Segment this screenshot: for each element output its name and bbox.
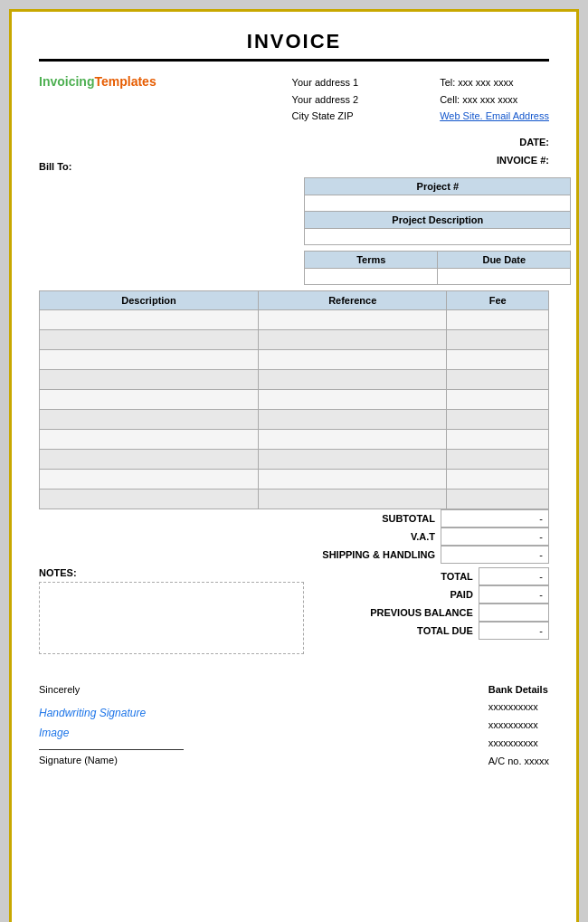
invoice-title-wrapper: INVOICE [39,30,549,62]
subtotals-section: SUBTOTAL - V.A.T - SHIPPING & HANDLING - [39,509,549,564]
table-row [40,469,549,489]
vat-value[interactable]: - [441,528,549,546]
col-fee: Fee [447,290,549,309]
invoice-label: INVOICE #: [497,155,549,166]
shipping-row: SHIPPING & HANDLING - [282,546,549,564]
prev-balance-label: PREVIOUS BALANCE [325,607,479,618]
logo-templates: Templates [94,74,156,89]
middle-section: Bill To: DATE: INVOICE #: Project # Proj… [39,134,549,285]
subtotal-value[interactable]: - [441,509,549,528]
fee-cell[interactable] [447,449,549,469]
bank-line1: xxxxxxxxxx [488,699,549,717]
fee-cell[interactable] [447,389,549,409]
ref-cell[interactable] [259,409,447,429]
notes-block: NOTES: [39,567,304,654]
desc-cell[interactable] [40,349,259,369]
total-due-label: TOTAL DUE [325,625,479,636]
prev-balance-value[interactable] [479,604,549,622]
due-date-value[interactable] [438,268,571,284]
terms-table: Terms Due Date [304,251,571,285]
vat-label: V.A.T [287,531,441,542]
desc-cell[interactable] [40,369,259,389]
right-middle: DATE: INVOICE #: Project # Project Descr… [304,134,549,285]
total-due-row: TOTAL DUE - [325,622,549,640]
table-row [40,369,549,389]
ref-cell[interactable] [259,449,447,469]
shipping-label: SHIPPING & HANDLING [287,549,441,560]
address-center: Your address 1 Your address 2 City State… [292,74,359,125]
footer-row: Sincerely Handwriting SignatureImage Sig… [39,681,549,771]
terms-value[interactable] [305,268,438,284]
paid-label: PAID [325,589,479,600]
signature-link[interactable]: Handwriting SignatureImage [39,704,184,743]
table-row [40,489,549,509]
col-reference: Reference [259,290,447,309]
fee-cell[interactable] [447,369,549,389]
ref-cell[interactable] [259,329,447,349]
col-description: Description [40,290,259,309]
shipping-value[interactable]: - [441,546,549,564]
contact-website[interactable]: Web Site. Email Address [440,108,549,125]
ref-cell[interactable] [259,309,447,329]
address-line1: Your address 1 [292,74,359,91]
signature-image-area: Handwriting SignatureImage [39,704,184,743]
total-label: TOTAL [325,571,479,582]
ref-cell[interactable] [259,429,447,449]
fee-cell[interactable] [447,329,549,349]
signature-line [39,749,184,750]
project-num-value[interactable] [305,195,571,211]
project-desc-header: Project Description [305,211,571,228]
logo-text: InvoicingTemplates [39,74,156,89]
fee-cell[interactable] [447,309,549,329]
bank-line2: xxxxxxxxxx [488,717,549,735]
prev-balance-row: PREVIOUS BALANCE [325,604,549,622]
desc-cell[interactable] [40,329,259,349]
due-date-header: Due Date [438,251,571,268]
bill-to-label: Bill To: [39,161,294,172]
ref-cell[interactable] [259,369,447,389]
ref-cell[interactable] [259,469,447,489]
terms-header: Terms [305,251,438,268]
table-row [40,329,549,349]
header-row: InvoicingTemplates Your address 1 Your a… [39,74,549,125]
table-row [40,449,549,469]
bank-line4: A/C no. xxxxx [488,753,549,771]
bank-line3: xxxxxxxxxx [488,735,549,753]
fee-cell[interactable] [447,429,549,449]
date-invoice-right: DATE: INVOICE #: [304,134,549,170]
table-row [40,349,549,369]
fee-cell[interactable] [447,469,549,489]
paid-value[interactable]: - [479,585,549,604]
bank-details-block: Bank Details xxxxxxxxxx xxxxxxxxxx xxxxx… [488,681,549,771]
sincerely-text: Sincerely [39,681,184,699]
desc-cell[interactable] [40,389,259,409]
desc-cell[interactable] [40,429,259,449]
table-row [40,409,549,429]
main-table: Description Reference Fee [39,290,549,509]
fee-cell[interactable] [447,349,549,369]
notes-input[interactable] [39,582,304,654]
desc-cell[interactable] [40,409,259,429]
desc-cell[interactable] [40,309,259,329]
project-num-header: Project # [305,177,571,195]
subtotal-label: SUBTOTAL [287,513,441,524]
ref-cell[interactable] [259,489,447,509]
notes-totals-row: NOTES: TOTAL - PAID - PREVIOUS BALANCE T… [39,567,549,654]
project-desc-value[interactable] [305,228,571,244]
ref-cell[interactable] [259,389,447,409]
address-line3: City State ZIP [292,108,359,125]
bank-details-title: Bank Details [488,681,549,699]
signature-name: Signature (Name) [39,752,184,770]
fee-cell[interactable] [447,409,549,429]
table-row [40,429,549,449]
notes-label: NOTES: [39,567,304,578]
ref-cell[interactable] [259,349,447,369]
desc-cell[interactable] [40,449,259,469]
total-value[interactable]: - [479,567,549,585]
total-due-value[interactable]: - [479,622,549,640]
vat-row: V.A.T - [282,528,549,546]
project-table: Project # Project Description [304,177,571,245]
fee-cell[interactable] [447,489,549,509]
desc-cell[interactable] [40,469,259,489]
desc-cell[interactable] [40,489,259,509]
